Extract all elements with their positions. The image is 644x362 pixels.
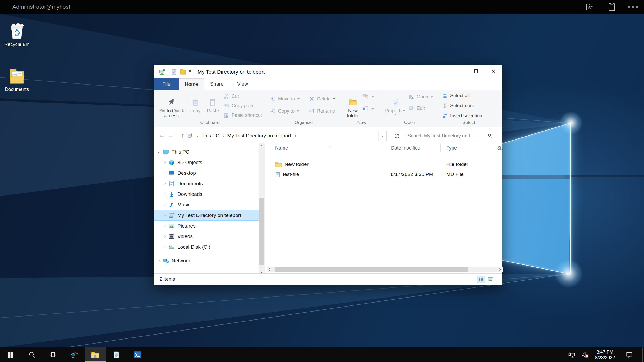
cut-button[interactable]: Cut bbox=[222, 91, 264, 101]
rename-button[interactable]: Rename bbox=[307, 106, 337, 116]
tab-share[interactable]: Share bbox=[204, 78, 230, 90]
tree-scrollbar[interactable] bbox=[259, 143, 265, 274]
new-item-button[interactable] bbox=[362, 92, 375, 101]
chevron-right-icon[interactable] bbox=[162, 225, 168, 227]
title-bar[interactable]: My Test Directory on teleport × bbox=[154, 65, 502, 78]
scroll-up-icon[interactable] bbox=[259, 143, 265, 148]
chevron-right-icon[interactable] bbox=[162, 193, 168, 195]
nav-item-local-disk-c[interactable]: Local Disk (C:) bbox=[154, 242, 265, 252]
notepad-icon bbox=[113, 351, 120, 359]
chevron-down-icon[interactable] bbox=[156, 151, 162, 153]
action-center-icon[interactable] bbox=[623, 347, 636, 362]
nav-item-this-pc[interactable]: This PC bbox=[154, 147, 265, 157]
scrollbar-thumb[interactable] bbox=[275, 267, 468, 272]
chevron-right-icon[interactable] bbox=[162, 204, 168, 206]
nav-item-desktop[interactable]: Desktop bbox=[154, 168, 265, 178]
internet-explorer-button[interactable]: e bbox=[63, 347, 85, 362]
chevron-right-icon[interactable] bbox=[162, 236, 168, 237]
column-header-date-modified[interactable]: Date modified bbox=[385, 143, 440, 152]
file-explorer-button[interactable] bbox=[85, 347, 106, 362]
chevron-right-icon[interactable] bbox=[162, 183, 168, 184]
select-none-button[interactable]: Select none bbox=[440, 101, 484, 110]
forward-button[interactable]: → bbox=[165, 130, 174, 140]
refresh-button[interactable] bbox=[393, 131, 401, 141]
powershell-button[interactable] bbox=[127, 347, 148, 362]
copy-path-button[interactable]: Copy path bbox=[222, 101, 264, 110]
nav-item-documents[interactable]: Documents bbox=[154, 178, 265, 189]
breadcrumb-chevron-icon[interactable] bbox=[294, 135, 296, 137]
tab-view[interactable]: View bbox=[230, 78, 255, 90]
close-button[interactable]: × bbox=[485, 65, 502, 77]
properties-button[interactable]: Properties bbox=[384, 92, 407, 117]
paste-button[interactable]: Paste bbox=[204, 92, 222, 120]
breadcrumb-chevron-icon[interactable] bbox=[222, 135, 224, 137]
desktop-icon-recycle-bin[interactable]: Recycle Bin bbox=[1, 22, 33, 47]
chevron-right-icon[interactable] bbox=[156, 260, 162, 262]
move-to-button[interactable]: Move to bbox=[268, 94, 301, 104]
scroll-right-icon[interactable] bbox=[497, 267, 503, 272]
pin-to-quick-access-button[interactable]: Pin to Quick access bbox=[157, 92, 186, 120]
nav-item-my-test-directory[interactable]: My Test Directory on teleport bbox=[154, 210, 265, 221]
nav-item-videos[interactable]: Videos bbox=[154, 231, 265, 242]
file-row-new-folder[interactable]: New folder File folder bbox=[265, 159, 503, 169]
scroll-left-icon[interactable] bbox=[267, 267, 273, 272]
invert-selection-button[interactable]: Invert selection bbox=[440, 111, 484, 120]
taskbar-clock[interactable]: 3:47 PM 8/23/2022 bbox=[592, 349, 618, 360]
address-bar[interactable]: This PC My Test Directory on teleport bbox=[185, 131, 387, 141]
paste-shortcut-button[interactable]: Paste shortcut bbox=[222, 110, 264, 120]
nav-item-pictures[interactable]: Pictures bbox=[154, 221, 265, 231]
delete-button[interactable]: Delete bbox=[307, 94, 337, 104]
group-label: Select bbox=[437, 120, 500, 125]
nav-item-network[interactable]: Network bbox=[154, 256, 265, 266]
search-input[interactable] bbox=[405, 131, 484, 141]
new-folder-button[interactable]: New folder bbox=[344, 92, 362, 118]
back-button[interactable]: ← bbox=[157, 130, 166, 140]
nav-item-downloads[interactable]: Downloads bbox=[154, 189, 265, 199]
horizontal-scrollbar[interactable] bbox=[267, 267, 503, 272]
new-folder-quick-icon[interactable] bbox=[180, 69, 186, 75]
desktop[interactable]: Recycle Bin Documents bbox=[0, 14, 644, 347]
column-header-size[interactable]: Size bbox=[491, 143, 503, 152]
column-header-name[interactable]: Name bbox=[265, 143, 385, 152]
customize-quick-access-toolbar-icon[interactable] bbox=[189, 70, 191, 74]
volume-muted-icon[interactable] bbox=[578, 347, 592, 362]
chevron-right-icon[interactable] bbox=[162, 162, 168, 163]
nav-item-music[interactable]: Music bbox=[154, 199, 265, 210]
scrollbar-thumb[interactable] bbox=[259, 198, 264, 265]
chevron-right-icon[interactable] bbox=[162, 215, 168, 216]
breadcrumb-current-folder[interactable]: My Test Directory on teleport bbox=[227, 133, 291, 139]
open-button[interactable]: Open bbox=[407, 92, 435, 101]
pushpin-icon bbox=[167, 92, 176, 107]
minimize-button[interactable] bbox=[450, 65, 467, 77]
breadcrumb-chevron-icon[interactable] bbox=[196, 135, 199, 137]
properties-quick-icon[interactable] bbox=[171, 69, 177, 75]
notepad-button[interactable] bbox=[106, 347, 127, 362]
clipboard-icon[interactable] bbox=[606, 2, 618, 12]
details-view-button[interactable] bbox=[477, 276, 485, 283]
maximize-button[interactable] bbox=[467, 65, 485, 77]
nav-item-3d-objects[interactable]: 3D Objects bbox=[154, 157, 265, 168]
copy-to-button[interactable]: Copy to bbox=[268, 106, 301, 116]
edit-button[interactable]: Edit bbox=[407, 104, 435, 113]
large-icons-view-button[interactable] bbox=[486, 276, 494, 283]
tab-file[interactable]: File bbox=[154, 78, 179, 90]
easy-access-button[interactable] bbox=[362, 104, 375, 114]
tab-home[interactable]: Home bbox=[179, 78, 204, 90]
select-all-button[interactable]: Select all bbox=[440, 91, 484, 100]
breadcrumb-this-pc[interactable]: This PC bbox=[201, 133, 219, 139]
start-button[interactable] bbox=[0, 347, 21, 362]
address-dropdown-icon[interactable] bbox=[378, 131, 386, 141]
folder-transfer-icon[interactable] bbox=[585, 2, 596, 12]
network-icon[interactable] bbox=[566, 347, 578, 362]
desktop-icon-documents[interactable]: Documents bbox=[1, 66, 33, 92]
column-header-type[interactable]: Type bbox=[440, 143, 491, 152]
copy-button[interactable]: Copy bbox=[186, 92, 204, 120]
search-icon[interactable] bbox=[487, 133, 493, 138]
task-view-button[interactable] bbox=[42, 347, 63, 362]
chevron-right-icon[interactable] bbox=[162, 172, 168, 174]
show-desktop-button[interactable] bbox=[642, 347, 644, 362]
taskbar-search-button[interactable] bbox=[21, 347, 42, 362]
file-row-test-file[interactable]: test-file 8/17/2022 3:30 PM MD File bbox=[265, 169, 503, 179]
chevron-right-icon[interactable] bbox=[162, 246, 168, 248]
more-options-icon[interactable] bbox=[627, 2, 639, 12]
